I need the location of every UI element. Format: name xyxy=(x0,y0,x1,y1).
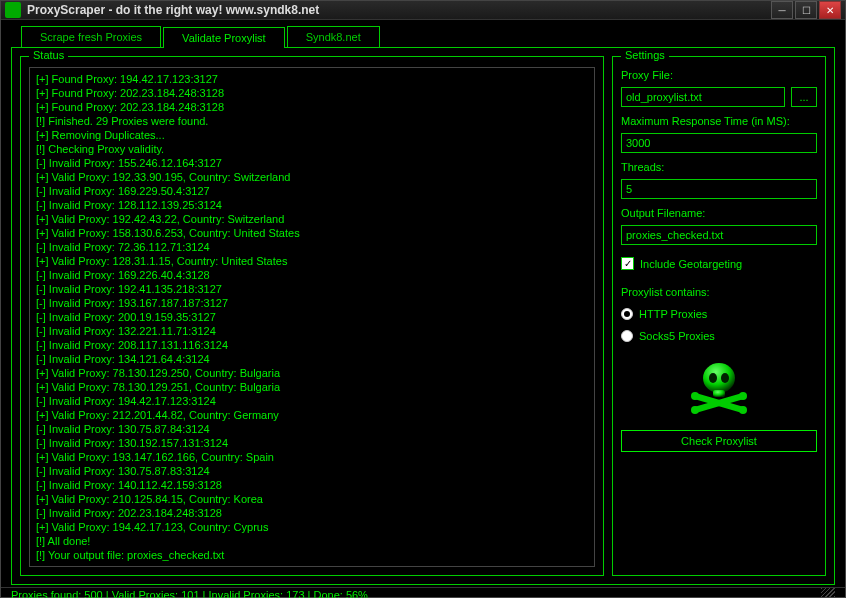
status-line: [+] Removing Duplicates... xyxy=(36,128,588,142)
radio-socks5[interactable] xyxy=(621,330,633,342)
svg-point-4 xyxy=(691,392,699,400)
status-line: [+] Valid Proxy: 78.130.129.250, Country… xyxy=(36,366,588,380)
max-response-label: Maximum Response Time (in MS): xyxy=(621,115,817,127)
close-button[interactable]: ✕ xyxy=(819,1,841,19)
threads-input[interactable] xyxy=(621,179,817,199)
geo-label: Include Geotargeting xyxy=(640,258,742,270)
app-window: ProxyScraper - do it the right way! www.… xyxy=(0,0,846,598)
proxy-file-input[interactable] xyxy=(621,87,785,107)
svg-point-0 xyxy=(703,363,735,393)
status-line: [+] Valid Proxy: 192.33.90.195, Country:… xyxy=(36,170,588,184)
status-line: [+] Valid Proxy: 210.125.84.15, Country:… xyxy=(36,492,588,506)
svg-point-7 xyxy=(739,406,747,414)
content-area: Status [+] Found Proxy: 194.42.17.123:31… xyxy=(11,47,835,585)
window-body: Scrape fresh Proxies Validate Proxylist … xyxy=(1,20,845,587)
status-log[interactable]: [+] Found Proxy: 194.42.17.123:3127[+] F… xyxy=(29,67,595,567)
status-line: [+] Found Proxy: 202.23.184.248:3128 xyxy=(36,86,588,100)
radio-socks5-label: Socks5 Proxies xyxy=(639,330,715,342)
tab-scrape-fresh[interactable]: Scrape fresh Proxies xyxy=(21,26,161,47)
browse-button[interactable]: ... xyxy=(791,87,817,107)
status-line: [-] Invalid Proxy: 130.192.157.131:3124 xyxy=(36,436,588,450)
max-response-input[interactable] xyxy=(621,133,817,153)
status-line: [-] Invalid Proxy: 72.36.112.71:3124 xyxy=(36,240,588,254)
status-line: [-] Invalid Proxy: 169.226.40.4:3128 xyxy=(36,268,588,282)
status-line: [!] Finished. 29 Proxies were found. xyxy=(36,114,588,128)
status-panel: Status [+] Found Proxy: 194.42.17.123:31… xyxy=(20,56,604,576)
status-line: [-] Invalid Proxy: 192.41.135.218:3127 xyxy=(36,282,588,296)
status-line: [!] Checking Proxy validity. xyxy=(36,142,588,156)
status-line: [-] Invalid Proxy: 169.229.50.4:3127 xyxy=(36,184,588,198)
resize-grip-icon[interactable] xyxy=(821,588,835,598)
settings-panel-title: Settings xyxy=(621,49,669,61)
status-line: [+] Valid Proxy: 194.42.17.123, Country:… xyxy=(36,520,588,534)
status-line: [-] Invalid Proxy: 130.75.87.83:3124 xyxy=(36,464,588,478)
geo-checkbox[interactable]: ✓ xyxy=(621,257,634,270)
svg-point-5 xyxy=(739,392,747,400)
radio-http[interactable] xyxy=(621,308,633,320)
status-line: [-] Invalid Proxy: 128.112.139.25:3124 xyxy=(36,198,588,212)
status-line: [+] Valid Proxy: 192.42.43.22, Country: … xyxy=(36,212,588,226)
threads-label: Threads: xyxy=(621,161,817,173)
tab-validate-proxylist[interactable]: Validate Proxylist xyxy=(163,27,285,48)
status-line: [+] Valid Proxy: 158.130.6.253, Country:… xyxy=(36,226,588,240)
status-panel-title: Status xyxy=(29,49,68,61)
statusbar-text: Proxies found: 500 | Valid Proxies: 101 … xyxy=(11,589,368,598)
check-proxylist-button[interactable]: Check Proxylist xyxy=(621,430,817,452)
tabstrip: Scrape fresh Proxies Validate Proxylist … xyxy=(21,26,835,47)
skull-logo-icon xyxy=(689,358,749,418)
status-line: [!] All done! xyxy=(36,534,588,548)
tab-syndk8[interactable]: Syndk8.net xyxy=(287,26,380,47)
titlebar[interactable]: ProxyScraper - do it the right way! www.… xyxy=(1,1,845,20)
window-title: ProxyScraper - do it the right way! www.… xyxy=(27,3,771,17)
radio-http-label: HTTP Proxies xyxy=(639,308,707,320)
maximize-button[interactable]: ☐ xyxy=(795,1,817,19)
status-line: [-] Invalid Proxy: 194.42.17.123:3124 xyxy=(36,394,588,408)
output-label: Output Filename: xyxy=(621,207,817,219)
status-line: [+] Found Proxy: 202.23.184.248:3128 xyxy=(36,100,588,114)
status-line: [-] Invalid Proxy: 208.117.131.116:3124 xyxy=(36,338,588,352)
status-line: [!] Your output file: proxies_checked.tx… xyxy=(36,548,588,562)
status-line: [+] Valid Proxy: 128.31.1.15, Country: U… xyxy=(36,254,588,268)
status-line: [+] Valid Proxy: 78.130.129.251, Country… xyxy=(36,380,588,394)
proxy-file-label: Proxy File: xyxy=(621,69,817,81)
status-line: [+] Valid Proxy: 212.201.44.82, Country:… xyxy=(36,408,588,422)
status-line: [-] Invalid Proxy: 202.23.184.248:3128 xyxy=(36,506,588,520)
svg-rect-3 xyxy=(713,390,725,397)
output-input[interactable] xyxy=(621,225,817,245)
svg-point-1 xyxy=(709,373,717,383)
settings-panel: Settings Proxy File: ... Maximum Respons… xyxy=(612,56,826,576)
status-line: [-] Invalid Proxy: 132.221.11.71:3124 xyxy=(36,324,588,338)
status-line: [+] Valid Proxy: 193.147.162.166, Countr… xyxy=(36,450,588,464)
status-line: [+] Found Proxy: 194.42.17.123:3127 xyxy=(36,72,588,86)
status-line: [-] Invalid Proxy: 193.167.187.187:3127 xyxy=(36,296,588,310)
svg-point-2 xyxy=(721,373,729,383)
status-line: [-] Invalid Proxy: 200.19.159.35:3127 xyxy=(36,310,588,324)
status-line: [-] Invalid Proxy: 155.246.12.164:3127 xyxy=(36,156,588,170)
status-line: [-] Invalid Proxy: 130.75.87.84:3124 xyxy=(36,422,588,436)
minimize-button[interactable]: ─ xyxy=(771,1,793,19)
contains-label: Proxylist contains: xyxy=(621,286,817,298)
app-icon xyxy=(5,2,21,18)
statusbar: Proxies found: 500 | Valid Proxies: 101 … xyxy=(1,587,845,598)
status-line: [-] Invalid Proxy: 134.121.64.4:3124 xyxy=(36,352,588,366)
status-line: [-] Invalid Proxy: 140.112.42.159:3128 xyxy=(36,478,588,492)
svg-point-6 xyxy=(691,406,699,414)
